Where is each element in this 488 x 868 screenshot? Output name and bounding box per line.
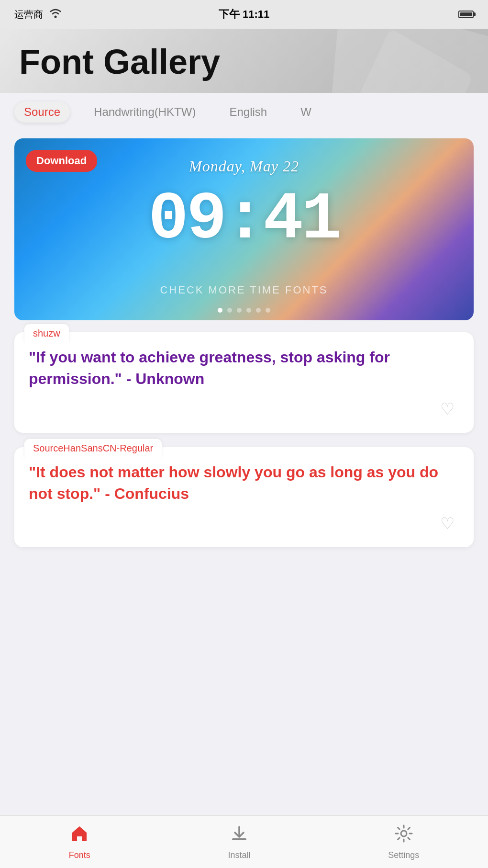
dot-4 xyxy=(246,308,251,313)
nav-install[interactable]: Install xyxy=(228,824,250,860)
carrier-label: 运营商 xyxy=(14,8,43,21)
svg-rect-1 xyxy=(232,838,246,840)
banner-time: 09:41 xyxy=(14,186,474,253)
font-card-1: shuzw "If you want to achieve greatness,… xyxy=(14,332,474,433)
nav-settings[interactable]: Settings xyxy=(388,824,419,860)
heart-icon-1[interactable]: ♡ xyxy=(440,399,455,418)
home-icon xyxy=(70,824,89,847)
tab-english[interactable]: English xyxy=(220,101,277,123)
battery-icon xyxy=(458,11,474,18)
gear-icon xyxy=(394,824,413,847)
status-bar-left: 运营商 xyxy=(14,8,62,21)
status-bar-right xyxy=(458,11,474,18)
tab-bar: Source Handwriting(HKTW) English W xyxy=(0,93,488,131)
dot-5 xyxy=(256,308,261,313)
font-card-2-content: "It does not matter how slowly you go as… xyxy=(14,447,474,548)
banner-subtitle: CHECK MORE TIME FONTS xyxy=(14,284,474,296)
nav-fonts[interactable]: Fonts xyxy=(69,824,90,860)
font-tag-1: shuzw xyxy=(24,324,69,343)
tab-source[interactable]: Source xyxy=(14,101,70,123)
wifi-icon xyxy=(49,8,62,21)
font-card-1-heart[interactable]: ♡ xyxy=(29,399,459,421)
font-tag-2: SourceHanSansCN-Regular xyxy=(24,439,162,458)
page-title: Font Gallery xyxy=(19,43,469,81)
dot-2 xyxy=(227,308,232,313)
banner-dots xyxy=(14,308,474,313)
dot-1 xyxy=(218,308,222,313)
nav-settings-label: Settings xyxy=(388,850,419,860)
svg-point-2 xyxy=(401,831,407,836)
svg-point-0 xyxy=(55,15,57,18)
status-time: 下午 11:11 xyxy=(219,7,269,22)
heart-icon-2[interactable]: ♡ xyxy=(440,514,455,533)
main-content: Download Monday, May 22 09:41 CHECK MORE… xyxy=(0,138,488,633)
download-button[interactable]: Download xyxy=(26,150,97,172)
font-card-2: SourceHanSansCN-Regular "It does not mat… xyxy=(14,447,474,548)
bottom-nav: Fonts Install Settings xyxy=(0,815,488,868)
font-card-2-heart[interactable]: ♡ xyxy=(29,514,459,535)
nav-fonts-label: Fonts xyxy=(69,850,90,860)
header: Font Gallery xyxy=(0,29,488,93)
status-bar: 运营商 下午 11:11 xyxy=(0,0,488,29)
tab-w[interactable]: W xyxy=(291,101,321,123)
font-card-1-text: "If you want to achieve greatness, stop … xyxy=(29,347,459,390)
font-card-1-content: "If you want to achieve greatness, stop … xyxy=(14,332,474,433)
font-card-2-text: "It does not matter how slowly you go as… xyxy=(29,462,459,505)
dot-3 xyxy=(237,308,242,313)
nav-install-label: Install xyxy=(228,850,250,860)
download-icon xyxy=(230,824,249,847)
tab-handwriting[interactable]: Handwriting(HKTW) xyxy=(84,101,205,123)
dot-6 xyxy=(266,308,270,313)
banner[interactable]: Download Monday, May 22 09:41 CHECK MORE… xyxy=(14,138,474,320)
